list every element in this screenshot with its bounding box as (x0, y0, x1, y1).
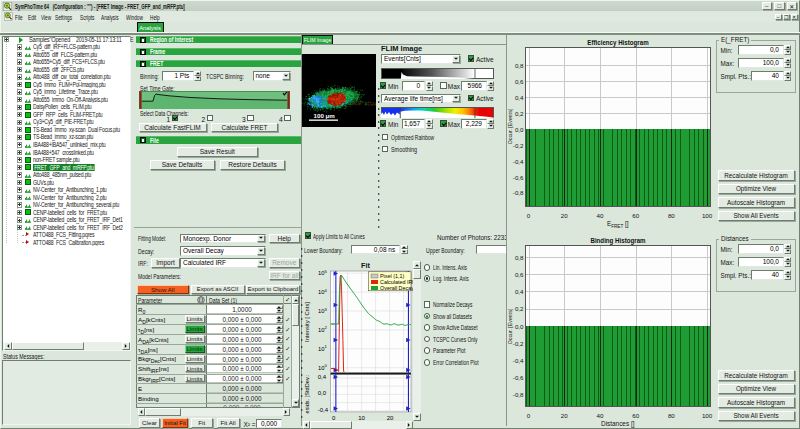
svg-text:4: 4 (325, 288, 328, 293)
svg-text:20: 20 (387, 415, 394, 421)
svg-text:2: 2 (325, 325, 328, 330)
svg-text:Overall Decay: Overall Decay (380, 285, 413, 291)
svg-text:0,0: 0,0 (318, 390, 327, 396)
svg-text:0: 0 (332, 415, 336, 421)
svg-text:Intensity [ Cnts]: Intensity [ Cnts] (304, 302, 310, 342)
svg-text:-0,4: -0,4 (318, 407, 329, 413)
svg-text:10: 10 (358, 415, 365, 421)
svg-text:3: 3 (325, 307, 328, 312)
svg-text:1: 1 (325, 344, 328, 349)
svg-text:0,4: 0,4 (318, 374, 327, 380)
svg-text:0: 0 (325, 363, 328, 368)
svg-text:100 μm: 100 μm (314, 111, 336, 118)
svg-text:5: 5 (325, 269, 328, 274)
svg-text:esids. [StdDev.:: esids. [StdDev.: (304, 374, 310, 413)
